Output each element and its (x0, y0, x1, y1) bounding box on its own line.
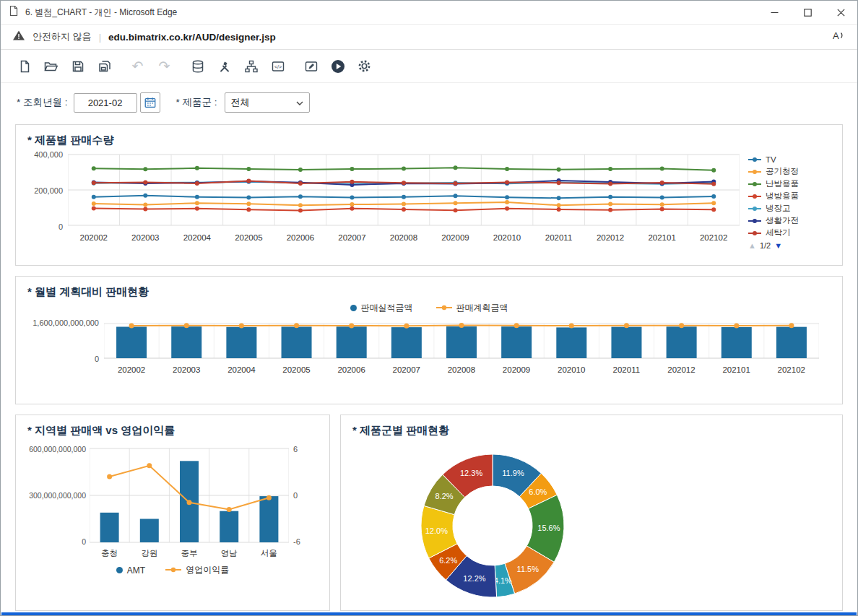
legend-label: 냉장고 (766, 203, 791, 214)
legend-item-plan[interactable]: 판매계획금액 (436, 302, 508, 314)
sitemap-button[interactable] (238, 53, 264, 79)
x-tick-label: 202010 (481, 233, 533, 242)
calendar-button[interactable] (140, 92, 160, 113)
bar-202102[interactable] (776, 327, 807, 358)
bar-202002[interactable] (116, 327, 147, 359)
data-point (147, 463, 152, 468)
bar-202003[interactable] (171, 326, 202, 358)
legend-item-amt[interactable]: AMT (116, 565, 145, 576)
legend-item-TV[interactable]: TV (748, 153, 836, 165)
product-select[interactable]: 전체 (225, 92, 310, 113)
minimize-button[interactable] (758, 1, 791, 24)
data-point (298, 203, 303, 207)
address-bar[interactable]: 안전하지 않음 | edu.bimatrix.co.kr/AUD/designe… (1, 24, 857, 50)
bar-영남[interactable] (220, 511, 238, 542)
legend-item-세탁기[interactable]: 세탁기 (748, 227, 836, 239)
legend-item-난방용품[interactable]: 난방용품 (748, 178, 836, 190)
x-tick-label: 202012 (584, 233, 636, 242)
bar-202004[interactable] (226, 327, 256, 358)
legend-label: 공기청정 (766, 166, 799, 177)
undo-button[interactable]: ↶ (124, 53, 151, 79)
donut-label: 12.0% (425, 526, 448, 535)
run-button[interactable] (324, 53, 351, 79)
panel-title-monthly: * 월별 계획대비 판매현황 (16, 277, 842, 300)
x-tick-label: 202007 (326, 233, 378, 242)
donut-label: 15.6% (537, 524, 560, 532)
bar-충청[interactable] (100, 513, 119, 542)
edit-button[interactable] (298, 53, 324, 79)
product-select-value: 전체 (231, 96, 250, 109)
data-point (711, 201, 716, 205)
url-text[interactable]: edu.bimatrix.co.kr/AUD/designer.jsp (108, 32, 276, 43)
bar-202010[interactable] (556, 327, 586, 358)
legend-item-actual[interactable]: 판매실적금액 (350, 302, 413, 314)
maximize-button[interactable] (791, 1, 824, 24)
y-tick-label: 0 (82, 537, 86, 546)
x-tick-label: 202101 (709, 365, 764, 374)
data-point (92, 166, 96, 170)
data-point (187, 500, 192, 505)
data-point (454, 194, 458, 198)
data-point (195, 201, 199, 205)
data-point (92, 181, 96, 185)
bar-202006[interactable] (337, 326, 367, 358)
data-point (246, 179, 251, 183)
legend-item-공기청정[interactable]: 공기청정 (748, 165, 836, 178)
close-button[interactable] (824, 1, 857, 24)
data-point (660, 196, 664, 200)
legend-label: AMT (127, 565, 145, 576)
data-point (143, 203, 147, 207)
database-button[interactable] (184, 53, 211, 79)
legend-item-냉방용품[interactable]: 냉방용품 (748, 190, 836, 202)
data-point (92, 206, 96, 210)
legend-page-down-icon[interactable]: ▼ (774, 241, 782, 250)
chevron-down-icon (296, 97, 303, 108)
data-point (514, 323, 519, 328)
bar-202101[interactable] (722, 327, 752, 358)
data-point (195, 181, 199, 186)
legend-item-냉장고[interactable]: 냉장고 (748, 202, 836, 214)
redo-button[interactable]: ↷ (151, 53, 178, 79)
security-label[interactable]: 안전하지 않음 (32, 30, 92, 43)
bar-서울[interactable] (259, 496, 278, 542)
data-point (505, 207, 509, 211)
legend-label: 판매실적금액 (361, 302, 413, 314)
data-point (557, 181, 561, 185)
save-as-button[interactable] (91, 53, 118, 79)
legend-item-profit-rate[interactable]: 영업이익률 (165, 564, 229, 576)
chart-legend: 판매실적금액 판매계획금액 (16, 302, 842, 314)
y-tick-label: 400,000 (34, 150, 63, 159)
data-point (660, 167, 664, 171)
bar-202008[interactable] (446, 326, 477, 358)
tools-button[interactable] (211, 53, 238, 79)
code-editor-button[interactable]: </> (264, 53, 291, 79)
bar-202012[interactable] (667, 326, 697, 358)
settings-button[interactable] (351, 53, 378, 79)
x-tick-label: 202002 (68, 233, 120, 242)
data-point (195, 207, 199, 211)
bar-강원[interactable] (140, 519, 159, 543)
new-document-button[interactable] (11, 53, 38, 79)
data-point (404, 324, 409, 329)
data-point (402, 202, 406, 207)
bar-202005[interactable] (282, 327, 312, 359)
url-separator: | (99, 32, 101, 43)
open-folder-button[interactable] (38, 53, 64, 79)
read-aloud-icon[interactable]: A (830, 29, 846, 45)
data-point (349, 324, 354, 329)
date-input[interactable] (74, 93, 137, 113)
save-button[interactable] (64, 53, 91, 79)
legend-label: 냉방용품 (766, 191, 799, 201)
bar-202009[interactable] (501, 326, 532, 358)
bar-chart (104, 318, 819, 363)
x-tick-label: 202009 (489, 365, 544, 374)
donut-label: 12.3% (460, 469, 482, 477)
x-tick-label: 202005 (223, 233, 275, 242)
data-point (660, 202, 664, 207)
legend-item-생활가전[interactable]: 생활가전 (748, 214, 836, 227)
x-tick-label: 202005 (269, 365, 324, 374)
bar-202007[interactable] (391, 327, 422, 358)
legend-page-up-icon[interactable]: ▲ (748, 241, 756, 250)
bar-202011[interactable] (611, 327, 641, 358)
y-axis-labels: 1,600,000,000,0000 (23, 318, 104, 363)
